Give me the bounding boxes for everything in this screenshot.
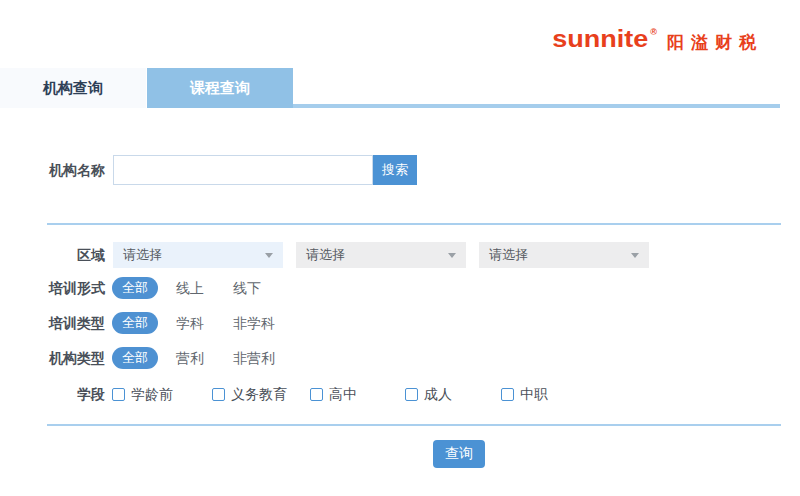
org-type-row: 机构类型 全部 营利 非营利 (0, 347, 800, 369)
region-select-province-value: 请选择 (123, 247, 162, 262)
stage-checkbox-compulsory[interactable]: 义务教育 (212, 386, 287, 403)
stage-checkbox-adult[interactable]: 成人 (405, 386, 452, 403)
region-select-province[interactable]: 请选择 (113, 242, 283, 268)
search-button[interactable]: 搜索 (373, 155, 417, 185)
checkbox-icon[interactable] (501, 388, 514, 401)
checkbox-icon[interactable] (112, 388, 125, 401)
region-select-district-value: 请选择 (489, 247, 528, 262)
logo-wordmark: sunnite (552, 27, 648, 52)
registered-trademark-icon: ® (650, 27, 657, 37)
checkbox-icon[interactable] (405, 388, 418, 401)
training-form-option-online[interactable]: 线上 (176, 277, 204, 299)
training-type-row: 培训类型 全部 学科 非学科 (0, 312, 800, 334)
chevron-down-icon (448, 253, 456, 258)
stage-row: 学段 学龄前 义务教育 高中 成人 中职 (0, 386, 800, 403)
region-label: 区域 (0, 242, 105, 268)
stage-checkbox-preschool[interactable]: 学龄前 (112, 386, 173, 403)
stage-checkbox-vocational[interactable]: 中职 (501, 386, 548, 403)
institution-name-input[interactable] (113, 155, 373, 185)
stage-checkbox-highschool[interactable]: 高中 (310, 386, 357, 403)
checkbox-icon[interactable] (212, 388, 225, 401)
tab-course-query[interactable]: 课程查询 (147, 68, 293, 108)
chevron-down-icon (631, 253, 639, 258)
training-type-label: 培训类型 (0, 312, 105, 334)
training-type-option-nonsubject[interactable]: 非学科 (233, 312, 275, 334)
tab-bar: 机构查询 课程查询 (0, 68, 800, 108)
stage-label: 学段 (0, 386, 105, 403)
region-select-district[interactable]: 请选择 (479, 242, 649, 268)
institution-name-row: 机构名称 搜索 (0, 155, 800, 185)
org-type-option-all[interactable]: 全部 (112, 347, 158, 369)
region-select-city-value: 请选择 (306, 247, 345, 262)
training-type-option-all[interactable]: 全部 (112, 312, 158, 334)
org-type-label: 机构类型 (0, 347, 105, 369)
tab-underline (293, 104, 780, 108)
training-form-row: 培训形式 全部 线上 线下 (0, 277, 800, 299)
org-type-option-nonprofit[interactable]: 非营利 (233, 347, 275, 369)
logo-chinese-name: 阳溢财税 (667, 34, 763, 53)
divider-top (47, 223, 781, 225)
institution-name-label: 机构名称 (0, 155, 105, 185)
page: sunnite ® 阳溢财税 机构查询 课程查询 机构名称 搜索 区域 请选择 … (0, 0, 800, 496)
org-type-option-profit[interactable]: 营利 (176, 347, 204, 369)
divider-bottom (47, 424, 781, 426)
brand-logo: sunnite ® 阳溢财税 (552, 26, 763, 53)
training-form-option-all[interactable]: 全部 (112, 277, 158, 299)
checkbox-icon[interactable] (310, 388, 323, 401)
training-form-label: 培训形式 (0, 277, 105, 299)
region-row: 区域 请选择 请选择 请选择 (0, 242, 800, 268)
region-select-city[interactable]: 请选择 (296, 242, 466, 268)
query-button[interactable]: 查询 (433, 440, 485, 468)
training-form-option-offline[interactable]: 线下 (233, 277, 261, 299)
tab-institution-query[interactable]: 机构查询 (0, 68, 146, 108)
training-type-option-subject[interactable]: 学科 (176, 312, 204, 334)
chevron-down-icon (265, 253, 273, 258)
